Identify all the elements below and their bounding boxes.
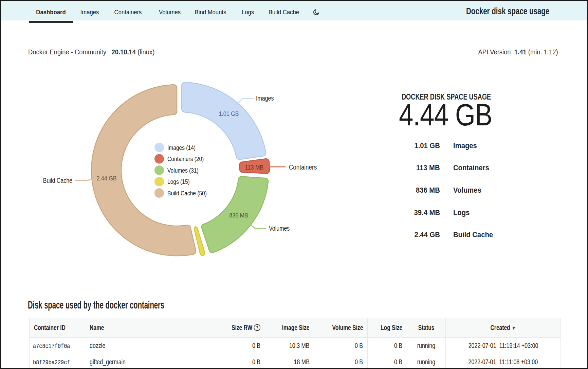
svg-text:Logs (15): Logs (15) — [167, 178, 190, 186]
svg-text:Build Cache (50): Build Cache (50) — [167, 189, 207, 197]
svg-text:Volumes (31): Volumes (31) — [167, 166, 199, 174]
svg-text:1.01 GB: 1.01 GB — [219, 110, 239, 118]
svg-text:Images: Images — [256, 94, 274, 102]
svg-text:836 MB: 836 MB — [229, 212, 248, 219]
svg-text:Images (14): Images (14) — [167, 144, 196, 151]
svg-text:Containers: Containers — [289, 163, 317, 171]
svg-text:Volumes: Volumes — [269, 225, 290, 232]
svg-text:2.44 GB: 2.44 GB — [96, 175, 116, 182]
svg-text:Build Cache: Build Cache — [43, 177, 72, 184]
svg-text:Containers (20): Containers (20) — [167, 155, 204, 163]
svg-text:113 MB: 113 MB — [245, 164, 263, 171]
